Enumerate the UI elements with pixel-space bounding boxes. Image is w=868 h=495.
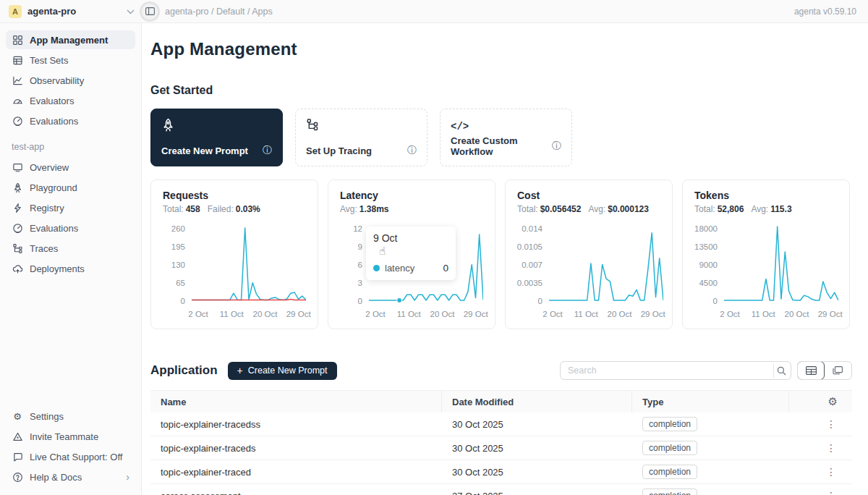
sidebar-item-observability[interactable]: Observability — [6, 71, 135, 90]
row-menu-button[interactable]: ⋮ — [826, 443, 836, 453]
get-started-card-set-up-tracing[interactable]: Set Up Tracing ⓘ — [295, 109, 427, 166]
workspace-selector[interactable]: A agenta-pro — [0, 5, 142, 18]
chart-card-cost: Cost Total:$0.056452Avg:$0.000123 0.0140… — [505, 179, 673, 329]
y-tick: 0 — [538, 297, 542, 305]
get-started-card-create-new-prompt[interactable]: Create New Prompt ⓘ — [150, 109, 283, 166]
chart-plot[interactable] — [724, 224, 838, 305]
stat: Avg:115.3 — [751, 204, 791, 214]
date-modified: 30 Oct 2025 — [442, 467, 632, 478]
app-name: career-assessment — [150, 491, 442, 495]
app-version: agenta v0.59.10 — [794, 7, 868, 17]
sidebar-item-live-chat-support-off[interactable]: Live Chat Support: Off — [6, 447, 135, 466]
x-tick: 29 Oct — [818, 310, 843, 318]
card-label: Set Up Tracing — [306, 145, 372, 156]
invite-icon — [12, 431, 23, 442]
stat: Failed:0.03% — [208, 204, 260, 214]
x-axis: 2 Oct11 Oct20 Oct29 Oct — [195, 310, 306, 321]
sidebar-item-label: Help & Docs — [30, 472, 82, 483]
row-menu-button[interactable]: ⋮ — [826, 491, 836, 495]
breadcrumb[interactable]: agenta-pro / Default / Apps — [165, 7, 273, 17]
search-icon[interactable] — [773, 363, 789, 378]
table-row[interactable]: topic-explainer-traced 30 Oct 2025 compl… — [150, 460, 852, 484]
table-row[interactable]: topic-explainer-tracedss 30 Oct 2025 com… — [150, 412, 852, 436]
sidebar-bottom-nav: ⚙Settings Invite Teammate Live Chat Supp… — [6, 405, 135, 488]
view-toggle — [797, 361, 852, 380]
y-tick: 18000 — [694, 224, 718, 233]
sidebar-collapse-button[interactable] — [142, 4, 158, 20]
table-view-button[interactable] — [797, 361, 825, 380]
registry-icon — [12, 202, 23, 213]
sidebar-item-evaluations[interactable]: Evaluations — [6, 111, 135, 130]
info-icon[interactable]: ⓘ — [407, 144, 417, 157]
app-name: topic-explainer-traced — [150, 467, 442, 478]
row-menu-button[interactable]: ⋮ — [826, 419, 836, 429]
sidebar-item-settings[interactable]: ⚙Settings — [6, 407, 135, 426]
sidebar-item-label: Evaluations — [30, 223, 78, 234]
x-tick: 29 Oct — [286, 310, 311, 318]
workspace-name: agenta-pro — [27, 6, 121, 17]
row-menu-button[interactable]: ⋮ — [826, 467, 836, 477]
sidebar-item-registry[interactable]: Registry — [6, 198, 135, 217]
evaluations-icon — [12, 115, 23, 127]
sidebar-item-label: Evaluations — [30, 116, 78, 127]
table-row[interactable]: topic-explainer-traceds 30 Oct 2025 comp… — [150, 436, 852, 460]
chart-card-requests: Requests Total:458Failed:0.03% 260195130… — [150, 179, 318, 329]
chart-title: Cost — [517, 190, 660, 201]
sidebar-item-traces[interactable]: Traces — [6, 239, 135, 258]
sidebar-item-evaluations[interactable]: Evaluations — [6, 219, 135, 237]
sidebar-item-app-management[interactable]: App Management — [6, 30, 135, 49]
chart-plot[interactable] — [192, 224, 306, 305]
table-row[interactable]: career-assessment 27 Oct 2025 completion… — [150, 484, 852, 495]
application-header: Application + Create New Prompt — [150, 361, 852, 380]
application-title: Application — [150, 363, 218, 378]
chart-title: Latency — [340, 190, 483, 201]
get-started-title: Get Started — [150, 84, 852, 97]
chart-title: Requests — [163, 190, 306, 201]
card-view-button[interactable] — [824, 362, 851, 379]
sidebar: App Management Test Sets Observability E… — [0, 23, 142, 495]
chart-stats: Total:52,806Avg:115.3 — [694, 204, 838, 214]
y-tick: 195 — [171, 242, 185, 251]
evaluations-icon — [12, 222, 23, 234]
x-axis: 2 Oct11 Oct20 Oct29 Oct — [549, 310, 660, 321]
sidebar-item-test-sets[interactable]: Test Sets — [6, 51, 135, 69]
sidebar-item-help-docs[interactable]: Help & Docs› — [6, 468, 135, 486]
y-tick: 65 — [176, 279, 185, 287]
date-modified: 27 Oct 2025 — [442, 491, 632, 495]
y-tick: 260 — [171, 224, 185, 233]
info-icon[interactable]: ⓘ — [263, 144, 272, 157]
chart-stats: Avg:1.38ms — [340, 204, 483, 214]
workspace-avatar: A — [9, 5, 22, 18]
chart-plot[interactable] — [549, 224, 663, 305]
y-tick: 130 — [171, 261, 185, 269]
sidebar-item-overview[interactable]: Overview — [6, 158, 135, 177]
plus-icon: + — [237, 365, 243, 376]
info-icon[interactable]: ⓘ — [552, 140, 561, 153]
chart-stats: Total:458Failed:0.03% — [163, 204, 306, 214]
table-settings-gear-icon[interactable]: ⚙ — [828, 395, 838, 408]
rocket-icon — [161, 118, 175, 135]
column-header-type[interactable]: Type — [632, 391, 789, 412]
sidebar-item-label: Registry — [30, 203, 64, 213]
grid-icon — [12, 34, 23, 46]
sidebar-item-invite-teammate[interactable]: Invite Teammate — [6, 427, 135, 446]
sidebar-item-deployments[interactable]: Deployments — [6, 259, 135, 278]
y-tick: 0.014 — [522, 224, 542, 233]
date-modified: 30 Oct 2025 — [442, 419, 632, 430]
chart-card-tokens: Tokens Total:52,806Avg:115.3 18000135009… — [682, 179, 850, 329]
sidebar-item-label: Deployments — [30, 263, 85, 274]
chart-title: Tokens — [694, 190, 838, 201]
column-header-name[interactable]: Name — [150, 391, 442, 412]
tooltip-series-label: latency — [385, 263, 414, 274]
card-label: Create Custom Workflow — [451, 135, 552, 157]
chart-stats: Total:$0.056452Avg:$0.000123 — [517, 204, 660, 214]
y-tick: 9000 — [699, 261, 718, 269]
type-badge: completion — [642, 441, 697, 455]
sidebar-item-evaluators[interactable]: Evaluators — [6, 91, 135, 110]
search-input[interactable] — [560, 361, 791, 380]
column-header-date-modified[interactable]: Date Modified — [442, 391, 632, 412]
sidebar-item-playground[interactable]: Playground — [6, 178, 135, 197]
get-started-card-create-custom-workflow[interactable]: </> Create Custom Workflow ⓘ — [440, 109, 572, 166]
create-new-prompt-button[interactable]: + Create New Prompt — [228, 362, 337, 380]
y-tick: 3 — [358, 279, 362, 287]
